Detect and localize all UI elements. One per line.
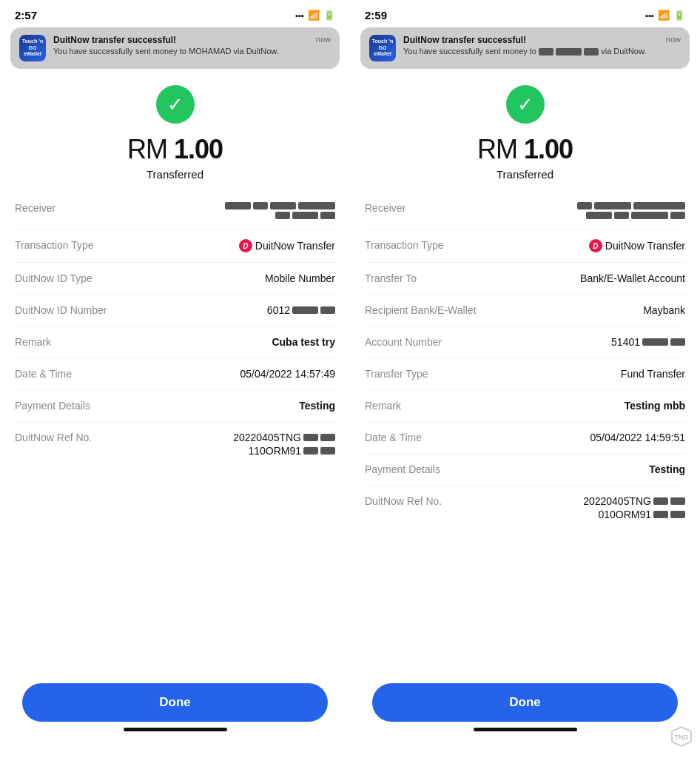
duitnow-d-left: D bbox=[243, 242, 248, 250]
app-icon-right: Touch 'n GO eWallet bbox=[369, 35, 396, 61]
notif-body-right: You have successfully sent money to via … bbox=[403, 46, 659, 56]
signal-icon-left: ▪▪▪ bbox=[295, 11, 304, 20]
label-txtype-right: Transaction Type bbox=[365, 239, 454, 251]
redact-notif-3 bbox=[584, 48, 599, 56]
label-receiver-right: Receiver bbox=[365, 202, 454, 214]
value-receiver-left bbox=[225, 202, 335, 219]
detail-row-receiver-left: Receiver bbox=[15, 192, 335, 229]
value-txtype-left: D DuitNow Transfer bbox=[239, 239, 335, 252]
notification-right: Touch 'n GO eWallet DuitNow transfer suc… bbox=[360, 27, 690, 69]
redact-6 bbox=[292, 212, 318, 219]
detail-row-payment-left: Payment Details Testing bbox=[15, 390, 335, 422]
amount-value-right: 1.00 bbox=[524, 134, 573, 164]
checkmark-icon-left: ✓ bbox=[167, 95, 184, 114]
status-time-right: 2:59 bbox=[365, 9, 387, 21]
label-remark-right: Remark bbox=[365, 400, 454, 412]
redact-ref-4 bbox=[320, 447, 335, 455]
transferred-label-right: Transferred bbox=[497, 168, 553, 181]
detail-row-remark-left: Remark Cuba test try bbox=[15, 326, 335, 358]
checkmark-icon-right: ✓ bbox=[517, 95, 534, 114]
ref-redacted-left: 20220405TNG 110ORM91 bbox=[233, 432, 335, 457]
redact-r5 bbox=[614, 212, 629, 219]
value-receiver-right bbox=[577, 202, 685, 219]
redact-4 bbox=[298, 202, 335, 209]
detail-row-transferto-right: Transfer To Bank/E-Wallet Account bbox=[365, 263, 685, 295]
status-time-left: 2:57 bbox=[15, 9, 37, 21]
done-button-right[interactable]: Done bbox=[372, 683, 678, 722]
detail-row-txtype-left: Transaction Type D DuitNow Transfer bbox=[15, 229, 335, 263]
redact-3 bbox=[270, 202, 296, 209]
redact-1 bbox=[225, 202, 251, 209]
done-button-left[interactable]: Done bbox=[22, 683, 328, 722]
status-bar-right: 2:59 ▪▪▪ 📶 🔋 bbox=[350, 0, 700, 27]
wifi-icon-left: 📶 bbox=[308, 10, 320, 21]
check-circle-left: ✓ bbox=[156, 85, 195, 124]
value-bank-right: Maybank bbox=[643, 304, 685, 316]
detail-row-txtype-right: Transaction Type D DuitNow Transfer bbox=[365, 229, 685, 263]
label-txtype-left: Transaction Type bbox=[15, 239, 104, 251]
duitnow-logo-left: D DuitNow Transfer bbox=[239, 239, 335, 252]
label-datetime-right: Date & Time bbox=[365, 432, 454, 443]
detail-row-ref-left: DuitNow Ref No. 20220405TNG 110ORM91 bbox=[15, 422, 335, 466]
redact-7 bbox=[320, 212, 335, 219]
duitnow-label-right: DuitNow Transfer bbox=[605, 240, 685, 252]
label-acctnum-right: Account Number bbox=[365, 336, 454, 348]
label-ref-right: DuitNow Ref No. bbox=[365, 495, 454, 507]
detail-row-datetime-right: Date & Time 05/04/2022 14:59:51 bbox=[365, 422, 685, 454]
label-bank-right: Recipient Bank/E-Wallet bbox=[365, 304, 483, 316]
label-idnum-left: DuitNow ID Number bbox=[15, 304, 114, 316]
battery-icon-left: 🔋 bbox=[323, 10, 335, 21]
status-icons-left: ▪▪▪ 📶 🔋 bbox=[295, 10, 335, 21]
label-transferto-right: Transfer To bbox=[365, 272, 454, 284]
detail-row-acctnum-right: Account Number 51401 bbox=[365, 326, 685, 358]
label-payment-right: Payment Details bbox=[365, 463, 454, 475]
bottom-section-left: Done bbox=[0, 668, 350, 758]
value-idnum-left: 6012 bbox=[267, 304, 335, 316]
redact-r4 bbox=[586, 212, 612, 219]
details-table-left: Receiver Transac bbox=[0, 192, 350, 668]
phone-screen-left: 2:57 ▪▪▪ 📶 🔋 Touch 'n GO eWallet DuitNow… bbox=[0, 0, 350, 758]
receiver-redacted-right bbox=[577, 202, 685, 219]
value-idtype-left: Mobile Number bbox=[265, 272, 335, 284]
duitnow-circle-right: D bbox=[589, 239, 602, 252]
wifi-icon-right: 📶 bbox=[658, 10, 670, 21]
app-icon-left: Touch 'n GO eWallet bbox=[19, 35, 46, 61]
notif-time-left: now bbox=[316, 35, 331, 44]
label-datetime-left: Date & Time bbox=[15, 368, 104, 380]
redact-ref-3 bbox=[303, 447, 318, 455]
redact-acct-2 bbox=[670, 338, 685, 346]
detail-row-remark-right: Remark Testing mbb bbox=[365, 390, 685, 422]
duitnow-label-left: DuitNow Transfer bbox=[255, 240, 335, 252]
label-payment-left: Payment Details bbox=[15, 400, 104, 412]
value-remark-right: Testing mbb bbox=[625, 400, 685, 412]
detail-row-payment-right: Payment Details Testing bbox=[365, 454, 685, 486]
detail-row-transfertype-right: Transfer Type Fund Transfer bbox=[365, 358, 685, 390]
redact-ref-1 bbox=[303, 434, 318, 441]
redact-idnum-2 bbox=[320, 306, 335, 314]
ref-redacted-right: 20220405TNG 010ORM91 bbox=[583, 495, 685, 520]
label-idtype-left: DuitNow ID Type bbox=[15, 272, 104, 284]
check-circle-right: ✓ bbox=[506, 85, 545, 124]
duitnow-circle-left: D bbox=[239, 239, 252, 252]
notif-title-left: DuitNow transfer successful! bbox=[53, 35, 309, 45]
notif-content-left: DuitNow transfer successful! You have su… bbox=[53, 35, 309, 56]
label-ref-left: DuitNow Ref No. bbox=[15, 432, 104, 443]
label-transfertype-right: Transfer Type bbox=[365, 368, 454, 380]
notif-content-right: DuitNow transfer successful! You have su… bbox=[403, 35, 659, 56]
status-bar-left: 2:57 ▪▪▪ 📶 🔋 bbox=[0, 0, 350, 27]
notif-time-right: now bbox=[666, 35, 681, 44]
detail-row-receiver-right: Receiver bbox=[365, 192, 685, 229]
redact-r3 bbox=[633, 202, 685, 209]
notif-title-right: DuitNow transfer successful! bbox=[403, 35, 659, 45]
detail-row-idnum-left: DuitNow ID Number 6012 bbox=[15, 295, 335, 326]
value-payment-left: Testing bbox=[299, 400, 335, 412]
detail-row-bank-right: Recipient Bank/E-Wallet Maybank bbox=[365, 295, 685, 326]
detail-row-ref-right: DuitNow Ref No. 20220405TNG 010ORM91 bbox=[365, 486, 685, 530]
duitnow-d-right: D bbox=[593, 242, 598, 250]
tng-watermark-icon: TNG bbox=[670, 725, 693, 748]
duitnow-logo-right: D DuitNow Transfer bbox=[589, 239, 685, 252]
value-ref-left: 20220405TNG 110ORM91 bbox=[233, 432, 335, 457]
amount-right: RM 1.00 bbox=[477, 134, 573, 165]
redact-ref-2 bbox=[320, 434, 335, 441]
redact-2 bbox=[253, 202, 268, 209]
